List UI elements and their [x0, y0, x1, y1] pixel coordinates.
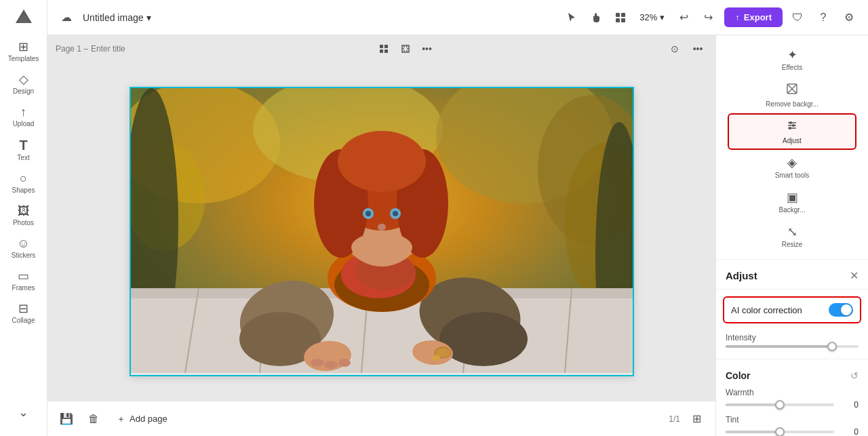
canvas-frame[interactable]	[130, 87, 634, 376]
canvas-toolbar: Page 1 – ••• ⊙ •••	[47, 35, 715, 62]
svg-rect-5	[384, 45, 388, 48]
page-title-input[interactable]	[91, 44, 145, 54]
sidebar-item-text[interactable]: T Text	[0, 133, 47, 167]
color-section-header: Color ↺	[716, 363, 868, 385]
collage-icon: ⊟	[18, 302, 28, 315]
stickers-icon: ☺	[17, 237, 29, 250]
right-tool-background[interactable]: ▣ Backgr...	[716, 184, 868, 219]
adjust-close-button[interactable]: ✕	[850, 269, 859, 282]
color-reset-button[interactable]: ↺	[850, 370, 859, 381]
pages-overview-button[interactable]: ⊞	[686, 408, 707, 430]
svg-point-57	[789, 121, 792, 124]
export-icon: ↑	[735, 12, 740, 22]
title-chevron-icon: ▾	[146, 12, 151, 23]
document-title: Untitled image	[83, 12, 144, 23]
effects-icon: ✦	[787, 47, 797, 62]
svg-point-38	[338, 359, 351, 367]
sidebar-item-templates[interactable]: ⊞ Templates	[0, 35, 47, 68]
crop-tool-button[interactable]	[396, 39, 415, 58]
svg-point-36	[311, 359, 324, 367]
page-label: Page 1 –	[56, 44, 145, 54]
right-tool-smart[interactable]: ◈ Smart tools	[716, 150, 868, 184]
topbar-tools: 32% ▾ ↩ ↪	[561, 7, 719, 28]
shield-button[interactable]: 🛡	[787, 7, 808, 28]
adjust-header: Adjust ✕	[716, 260, 868, 290]
canvas-area[interactable]	[47, 62, 715, 401]
text-icon: T	[19, 138, 27, 152]
save-to-device-button[interactable]: 💾	[56, 408, 77, 430]
select-tool-button[interactable]	[374, 39, 393, 58]
design-icon: ◇	[19, 73, 28, 85]
svg-rect-4	[380, 45, 383, 48]
canvas-page-more-button[interactable]: •••	[688, 39, 707, 58]
redo-button[interactable]: ↪	[697, 7, 719, 28]
right-tool-adjust[interactable]: Adjust	[728, 113, 856, 150]
topbar: ☁ Untitled image ▾ 32% ▾ ↩ ↪ ↑ Export 🛡 …	[47, 0, 868, 35]
adjust-title: Adjust	[726, 270, 757, 281]
warmth-slider[interactable]	[726, 403, 834, 406]
add-page-icon: ＋	[117, 413, 125, 425]
layout-button[interactable]	[610, 7, 631, 28]
canvas-page-icon-button[interactable]: ⊙	[665, 39, 684, 58]
canvas-tools: •••	[374, 39, 437, 58]
tint-slider[interactable]	[726, 431, 834, 433]
undo-button[interactable]: ↩	[673, 7, 694, 28]
zoom-value: 32%	[639, 12, 657, 22]
svg-rect-9	[403, 47, 408, 51]
background-icon: ▣	[787, 190, 798, 205]
toggle-knob	[841, 304, 852, 315]
zoom-control[interactable]: 32% ▾	[634, 9, 670, 25]
right-panel: Filters ✦ Effects Remove backgr... Adjus…	[715, 0, 868, 436]
right-tools: Filters ✦ Effects Remove backgr... Adjus…	[716, 0, 868, 260]
right-tool-remove-bg[interactable]: Remove backgr...	[716, 77, 868, 113]
tint-row: Tint 0	[716, 412, 868, 436]
sidebar: ⊞ Templates ◇ Design ↑ Upload T Text ○ S…	[0, 0, 47, 436]
tint-value: 0	[840, 427, 859, 436]
templates-icon: ⊞	[18, 41, 28, 53]
sidebar-item-stickers[interactable]: ☺ Stickers	[0, 232, 47, 264]
add-page-button[interactable]: ＋ Add page	[110, 409, 174, 429]
warmth-row: Warmth 0	[716, 385, 868, 412]
sidebar-collapse-btn[interactable]: ⌄	[0, 399, 47, 425]
main-canvas-area: Page 1 – ••• ⊙ •••	[47, 35, 715, 401]
intensity-slider[interactable]	[726, 345, 859, 348]
svg-rect-7	[384, 49, 388, 53]
svg-point-43	[338, 131, 426, 192]
canvas-image	[131, 88, 633, 373]
svg-point-29	[439, 312, 528, 366]
app-logo[interactable]	[12, 5, 36, 30]
svg-point-59	[789, 127, 791, 130]
svg-rect-3	[621, 18, 625, 22]
sidebar-item-collage[interactable]: ⊟ Collage	[0, 297, 47, 330]
sidebar-item-frames[interactable]: ▭ Frames	[0, 264, 47, 297]
right-tool-resize[interactable]: ⤡ Resize	[716, 219, 868, 254]
color-section-title: Color	[726, 370, 751, 381]
sidebar-item-shapes[interactable]: ○ Shapes	[0, 167, 47, 199]
remove-bg-icon	[785, 82, 799, 99]
canvas-more-button[interactable]: •••	[418, 39, 437, 58]
sidebar-item-upload[interactable]: ↑ Upload	[0, 100, 47, 133]
adjust-panel: Adjust ✕ AI color correction Intensity C…	[716, 260, 868, 436]
right-tool-effects[interactable]: ✦ Effects	[716, 42, 868, 77]
help-button[interactable]: ?	[812, 7, 834, 28]
photos-icon: 🖼	[18, 205, 30, 217]
ai-toggle[interactable]	[829, 303, 853, 317]
bottombar: 💾 🗑 ＋ Add page 1/1 ⊞	[47, 401, 715, 436]
smart-tools-icon: ◈	[787, 155, 797, 170]
delete-page-button[interactable]: 🗑	[83, 408, 104, 430]
pointer-tool-button[interactable]	[561, 7, 583, 28]
frames-icon: ▭	[18, 270, 29, 282]
ai-label: AI color correction	[731, 305, 802, 315]
export-button[interactable]: ↑ Export	[724, 7, 783, 27]
document-title-area[interactable]: Untitled image ▾	[83, 12, 151, 23]
svg-point-37	[324, 361, 338, 369]
settings-button[interactable]: ⚙	[838, 7, 860, 28]
cloud-save-button[interactable]: ☁	[56, 7, 77, 28]
warmth-value: 0	[840, 400, 859, 410]
svg-point-58	[792, 124, 795, 127]
sidebar-item-design[interactable]: ◇ Design	[0, 68, 47, 100]
sidebar-item-photos[interactable]: 🖼 Photos	[0, 199, 47, 232]
adjust-icon	[785, 119, 799, 136]
hand-tool-button[interactable]	[585, 7, 607, 28]
svg-rect-0	[616, 13, 620, 17]
